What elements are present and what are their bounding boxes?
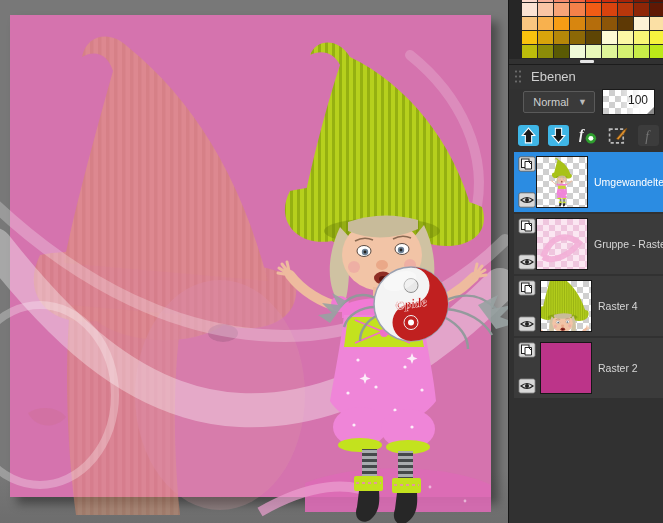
layer-name: Raster 4 — [598, 300, 638, 312]
layer-list: Umgewandelte A — [509, 152, 663, 523]
color-swatch[interactable] — [538, 45, 553, 58]
layer-effects-button[interactable]: f — [578, 125, 599, 146]
color-swatch[interactable] — [538, 31, 553, 44]
artwork: ©pide — [10, 15, 491, 497]
chevron-down-icon: ▼ — [578, 97, 594, 107]
color-swatch[interactable] — [602, 3, 617, 16]
color-swatch[interactable] — [586, 17, 601, 30]
visibility-eye-icon[interactable] — [518, 378, 536, 394]
layer-type-icon[interactable] — [518, 218, 536, 234]
svg-text:f: f — [579, 126, 585, 142]
layer-name: Gruppe - Raster 1 — [594, 238, 663, 250]
opacity-value: 100 — [628, 93, 648, 107]
color-swatch[interactable] — [586, 0, 601, 2]
color-swatch[interactable] — [618, 31, 633, 44]
layer-type-icon[interactable] — [518, 156, 536, 172]
layer-name: Umgewandelte A — [594, 176, 663, 188]
color-swatch[interactable] — [602, 31, 617, 44]
color-swatch[interactable] — [618, 17, 633, 30]
layer-row-umgewandelte[interactable]: Umgewandelte A — [514, 152, 663, 212]
opacity-field[interactable]: 100 — [602, 89, 655, 115]
layer-type-icon[interactable] — [518, 342, 536, 358]
color-swatch[interactable] — [522, 0, 537, 2]
visibility-eye-icon[interactable] — [518, 254, 536, 270]
palette-collapse-handle[interactable] — [580, 60, 594, 63]
color-swatch[interactable] — [602, 0, 617, 2]
color-swatch[interactable] — [634, 17, 649, 30]
layer-type-icon[interactable] — [518, 280, 536, 296]
color-swatch[interactable] — [554, 45, 569, 58]
color-swatch[interactable] — [538, 17, 553, 30]
color-swatch[interactable] — [522, 3, 537, 16]
color-swatch[interactable] — [570, 0, 585, 2]
color-swatch[interactable] — [570, 3, 585, 16]
layer-thumbnail[interactable] — [536, 218, 588, 270]
workspace: ©pide — [0, 0, 508, 523]
color-swatch[interactable] — [634, 3, 649, 16]
color-swatch[interactable] — [554, 3, 569, 16]
color-swatch[interactable] — [618, 45, 633, 58]
color-swatch[interactable] — [570, 31, 585, 44]
color-swatch[interactable] — [650, 0, 663, 2]
color-swatch[interactable] — [586, 3, 601, 16]
layers-panel-header: Ebenen — [509, 65, 663, 89]
color-swatch[interactable] — [618, 0, 633, 2]
visibility-eye-icon[interactable] — [518, 316, 536, 332]
layer-row-raster2[interactable]: Raster 2 — [514, 338, 663, 398]
color-swatch[interactable] — [570, 45, 585, 58]
layer-toolbar: f f — [509, 121, 663, 150]
app-window: ©pide Ebenen Normal ▼ 100 — [0, 0, 663, 523]
color-swatch[interactable] — [602, 17, 617, 30]
layer-thumbnail[interactable] — [540, 280, 592, 332]
color-swatch[interactable] — [570, 17, 585, 30]
layers-panel: Ebenen Normal ▼ 100 f — [508, 0, 663, 523]
color-swatch[interactable] — [650, 31, 663, 44]
panel-title: Ebenen — [531, 69, 576, 84]
layer-row-gruppe-raster1[interactable]: Gruppe - Raster 1 — [514, 214, 663, 274]
layer-controls: Normal ▼ 100 — [509, 89, 663, 119]
color-swatch[interactable] — [650, 3, 663, 16]
color-swatch[interactable] — [586, 45, 601, 58]
color-swatch[interactable] — [634, 45, 649, 58]
blend-mode-dropdown[interactable]: Normal ▼ — [523, 91, 595, 113]
color-swatch[interactable] — [602, 45, 617, 58]
color-swatch[interactable] — [634, 31, 649, 44]
color-swatch[interactable] — [522, 45, 537, 58]
color-swatch[interactable] — [554, 0, 569, 2]
color-swatch[interactable] — [586, 31, 601, 44]
color-swatch[interactable] — [522, 17, 537, 30]
edit-selection-button[interactable] — [608, 125, 629, 146]
layer-thumbnail[interactable] — [540, 342, 592, 394]
visibility-eye-icon[interactable] — [518, 192, 536, 208]
mask-disabled-button: f — [638, 125, 659, 146]
color-swatch[interactable] — [554, 31, 569, 44]
move-layer-up-button[interactable] — [518, 125, 539, 146]
color-swatch[interactable] — [650, 17, 663, 30]
color-swatch[interactable] — [522, 31, 537, 44]
color-swatch[interactable] — [538, 3, 553, 16]
blend-mode-value: Normal — [524, 96, 578, 108]
move-layer-down-button[interactable] — [548, 125, 569, 146]
color-swatch[interactable] — [554, 17, 569, 30]
color-swatch[interactable] — [538, 0, 553, 2]
layer-row-raster4[interactable]: Raster 4 — [514, 276, 663, 336]
opacity-spinner-handle[interactable] — [647, 107, 654, 114]
layer-name: Raster 2 — [598, 362, 638, 374]
color-swatch[interactable] — [618, 3, 633, 16]
color-swatch[interactable] — [634, 0, 649, 2]
layer-thumbnail[interactable] — [536, 156, 588, 208]
color-swatch[interactable] — [650, 45, 663, 58]
canvas-image[interactable]: ©pide — [10, 15, 491, 497]
color-palette — [509, 0, 663, 59]
panel-grip-handle[interactable] — [514, 69, 521, 85]
